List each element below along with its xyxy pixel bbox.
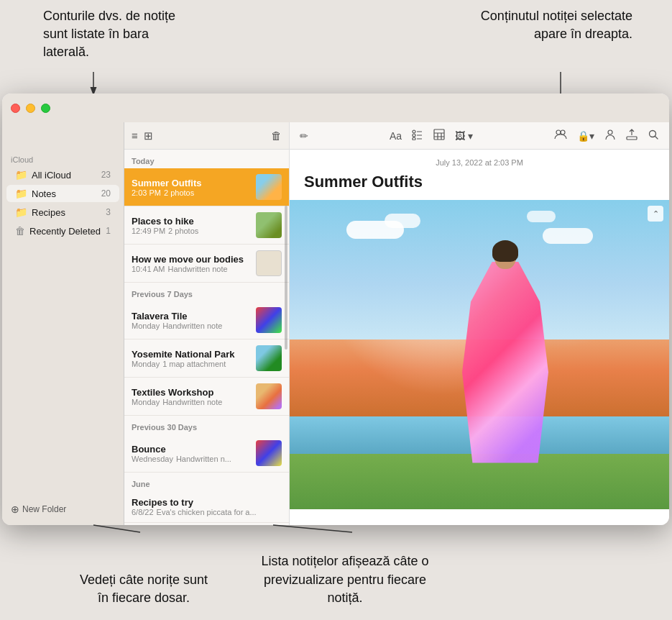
note-item-recipes-to-try[interactable]: Recipes to try 6/8/22 Eva's chicken picc…: [124, 491, 289, 523]
note-title: Recipes to try: [132, 497, 282, 508]
sidebar-item-count: 3: [106, 207, 111, 217]
note-info: Talavera Tile Monday Handwritten note: [132, 311, 250, 330]
new-folder-button[interactable]: ⊕ New Folder: [2, 499, 124, 519]
note-title: Bounce: [132, 444, 250, 455]
note-meta: 2:03 PM 2 photos: [132, 188, 250, 197]
folder-icon: 📁: [15, 206, 27, 218]
note-item-yosemite[interactable]: Yosemite National Park Monday 1 map atta…: [124, 339, 289, 378]
note-title: Textiles Workshop: [132, 387, 250, 398]
svg-point-4: [413, 137, 415, 140]
font-size-icon[interactable]: Aa: [387, 129, 405, 143]
note-meta: Monday 1 map attachment: [132, 360, 250, 368]
note-meta: Wednesday Handwritten n...: [132, 455, 250, 463]
note-item-how-we-move[interactable]: How we move our bodies 10:41 AM Handwrit…: [124, 245, 289, 283]
note-desc: Handwritten note: [162, 398, 222, 406]
note-title: Summer Outfits: [132, 178, 250, 188]
note-title: How we move our bodies: [132, 254, 250, 265]
new-folder-label: New Folder: [22, 504, 66, 514]
maximize-button[interactable]: [41, 104, 50, 113]
expand-button[interactable]: ⌃: [648, 206, 663, 222]
note-time: Monday: [132, 322, 160, 330]
note-time: Monday: [132, 398, 160, 406]
note-time: 10:41 AM: [132, 265, 165, 273]
upload-icon[interactable]: [623, 127, 640, 144]
sidebar: iCloud 📁 All iCloud 23 📁 Notes 20 📁 Reci…: [2, 122, 124, 525]
svg-rect-14: [627, 137, 637, 140]
section-header-previous-30: Previous 30 Days: [124, 416, 289, 434]
lock-icon[interactable]: 🔒▾: [574, 129, 597, 143]
table-icon[interactable]: [431, 127, 448, 144]
note-time: 6/8/22: [132, 508, 154, 516]
note-info: How we move our bodies 10:41 AM Handwrit…: [132, 254, 250, 273]
callout-bottom-right: Lista notițelor afișează câte o previzua…: [255, 552, 435, 607]
detail-toolbar: ✏ Aa 🖼 ▾ 🔒▾: [290, 122, 669, 150]
svg-point-12: [561, 130, 565, 135]
note-item-places-to-hike[interactable]: Places to hike 12:49 PM 2 photos: [124, 206, 289, 245]
svg-line-19: [93, 525, 140, 532]
sidebar-item-label: Recently Deleted: [29, 226, 101, 237]
note-thumbnail: [256, 440, 282, 466]
note-info: Yosemite National Park Monday 1 map atta…: [132, 349, 250, 368]
icloud-label: iCloud: [2, 151, 124, 165]
notes-toolbar: ≡ ⊞ 🗑: [124, 122, 289, 150]
close-button[interactable]: [11, 104, 20, 113]
section-header-previous-7: Previous 7 Days: [124, 283, 289, 301]
hair: [492, 240, 518, 262]
plus-icon: ⊕: [11, 503, 19, 515]
note-time: Monday: [132, 360, 160, 368]
note-meta: Monday Handwritten note: [132, 398, 250, 406]
delete-icon[interactable]: 🗑: [271, 129, 282, 142]
note-desc: Handwritten note: [167, 265, 227, 273]
scroll-indicator: [285, 206, 287, 350]
compose-icon[interactable]: ✏: [297, 129, 311, 143]
sidebar-item-label: Notes: [32, 188, 97, 199]
svg-point-13: [608, 130, 612, 135]
svg-line-20: [273, 525, 352, 532]
detail-date: July 13, 2022 at 2:03 PM: [290, 150, 669, 173]
note-item-summer-outfits[interactable]: Summer Outfits 2:03 PM 2 photos: [124, 168, 289, 206]
app-window: iCloud 📁 All iCloud 23 📁 Notes 20 📁 Reci…: [2, 94, 669, 525]
svg-line-16: [655, 137, 658, 140]
window-inner: iCloud 📁 All iCloud 23 📁 Notes 20 📁 Reci…: [2, 122, 669, 525]
search-icon[interactable]: [645, 127, 662, 144]
note-time: 2:03 PM: [132, 188, 161, 197]
note-item-talavera[interactable]: Talavera Tile Monday Handwritten note: [124, 301, 289, 339]
sidebar-item-notes[interactable]: 📁 Notes 20: [6, 185, 119, 202]
notes-list-column: ≡ ⊞ 🗑 Today Summer Outfits 2:03 PM 2 pho…: [124, 122, 290, 525]
media-icon[interactable]: 🖼 ▾: [452, 129, 476, 143]
sidebar-item-recipes[interactable]: 📁 Recipes 3: [6, 204, 119, 221]
share-people-icon[interactable]: [551, 127, 570, 144]
person-silhouette: [441, 233, 570, 463]
note-info: Textiles Workshop Monday Handwritten not…: [132, 387, 250, 406]
note-meta: 12:49 PM 2 photos: [132, 227, 250, 235]
sidebar-item-all-icloud[interactable]: 📁 All iCloud 23: [6, 166, 119, 183]
trash-icon: 🗑: [15, 225, 25, 237]
sidebar-item-recently-deleted[interactable]: 🗑 Recently Deleted 1: [6, 222, 119, 240]
notes-scroll-area[interactable]: Today Summer Outfits 2:03 PM 2 photos Pl…: [124, 150, 289, 525]
note-meta: 10:41 AM Handwritten note: [132, 265, 250, 273]
person-icon[interactable]: [602, 127, 619, 144]
cloud: [385, 214, 420, 228]
dress: [462, 262, 548, 463]
checklist-icon[interactable]: [409, 127, 426, 144]
note-info: Summer Outfits 2:03 PM 2 photos: [132, 178, 250, 197]
note-desc: 1 map attachment: [162, 360, 226, 368]
minimize-button[interactable]: [26, 104, 35, 113]
detail-pane: ✏ Aa 🖼 ▾ 🔒▾: [290, 122, 669, 525]
note-thumbnail: [256, 174, 282, 200]
section-header-today: Today: [124, 150, 289, 168]
section-header-june: June: [124, 473, 289, 491]
svg-point-2: [413, 134, 415, 137]
sidebar-item-count: 1: [106, 226, 111, 236]
list-view-icon[interactable]: ≡: [132, 129, 138, 142]
note-item-bounce[interactable]: Bounce Wednesday Handwritten n...: [124, 434, 289, 473]
note-thumbnail: [256, 307, 282, 333]
note-thumbnail: [256, 345, 282, 371]
detail-content[interactable]: July 13, 2022 at 2:03 PM Summer Outfits: [290, 150, 669, 525]
folder-icon: 📁: [15, 188, 27, 199]
callout-top-left: Conturile dvs. de notițe sunt listate în…: [43, 7, 187, 62]
detail-note-title: Summer Outfits: [290, 173, 669, 200]
note-item-textiles[interactable]: Textiles Workshop Monday Handwritten not…: [124, 378, 289, 416]
grid-view-icon[interactable]: ⊞: [144, 129, 153, 142]
note-time: 12:49 PM: [132, 227, 165, 235]
